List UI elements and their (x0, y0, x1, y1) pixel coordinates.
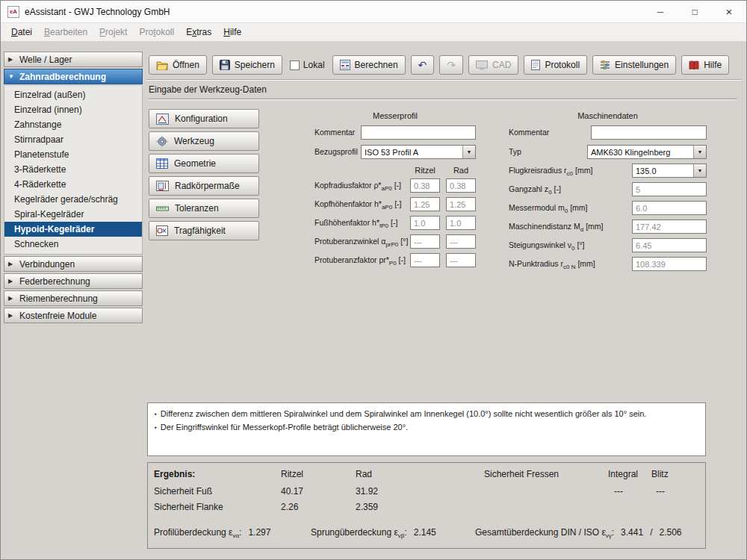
kopfradiusfaktor-ritzel-field[interactable]: 0.38 (410, 178, 440, 193)
protuberanzfaktor-ritzel-field[interactable]: --- (410, 253, 440, 267)
hilfe-button-label: Hilfe (704, 60, 722, 70)
save-button-label: Speichern (235, 60, 275, 70)
protuberanzfaktor-rad-field[interactable]: --- (446, 253, 476, 267)
messerprofil-title: Messerprofil (314, 111, 476, 120)
minimize-button[interactable]: ─ (643, 1, 678, 22)
hint-line: ▪ Der Eingriffswinkel für Messerkopf-Pro… (155, 423, 698, 433)
section-label: Riemenberechnung (19, 293, 98, 304)
sidebar-item-stirnradpaar[interactable]: Stirnradpaar (4, 132, 142, 147)
berechnen-button-label: Berechnen (355, 60, 398, 70)
flugkreisradius-dropdown[interactable]: 135.0 ▼ (632, 164, 707, 178)
chevron-down-icon[interactable]: ▼ (693, 146, 706, 158)
section-label: Federberechnung (19, 276, 90, 287)
floppy-disk-icon (220, 60, 230, 70)
hint-text: Differenz zwischen dem mittleren Spiralw… (161, 409, 647, 420)
sidebar-item-einzelrad-innen[interactable]: Einzelrad (innen) (4, 102, 142, 117)
close-button[interactable]: × (712, 1, 746, 22)
sidebar-item-einzelrad-aussen[interactable]: Einzelrad (außen) (4, 87, 142, 102)
open-button[interactable]: Öffnen (149, 55, 207, 75)
typ-dropdown[interactable]: AMK630 Klingelnberg ▼ (587, 145, 707, 159)
sidebar-item-zahnstange[interactable]: Zahnstange (4, 117, 142, 132)
lokal-checkbox[interactable] (290, 60, 300, 70)
messermodul-field[interactable]: 6.0 (632, 201, 707, 215)
sidebar-section-verbindungen[interactable]: ▶ Verbindungen (4, 256, 143, 272)
sicherheit-fuss-rad: 31.92 (356, 486, 378, 497)
sidebar-item-schnecken[interactable]: Schnecken (4, 237, 142, 252)
redo-button[interactable]: ↷ (439, 55, 463, 75)
save-button[interactable]: Speichern (212, 55, 282, 75)
flugkreisradius-label: Flugkreisradius rc0[mm] (509, 166, 592, 177)
results-col-rad: Rad (356, 469, 372, 479)
undo-button[interactable]: ↶ (411, 55, 435, 75)
sidebar-item-hypoid-kegelraeder[interactable]: Hypoid-Kegelräder (4, 222, 142, 237)
fusshoehenfaktor-rad-field[interactable]: 1.0 (446, 216, 476, 230)
settings-sliders-icon (600, 60, 610, 70)
minimize-icon: ─ (657, 7, 664, 17)
einstellungen-button[interactable]: Einstellungen (592, 55, 676, 75)
sidebar-section-welle-lager[interactable]: ▶ Welle / Lager (4, 52, 143, 67)
tragfaehigkeit-button[interactable]: Tragfähigkeit (149, 221, 259, 240)
protuberanzwinkel-ritzel-field[interactable]: --- (410, 234, 440, 249)
hilfe-button[interactable]: Hilfe (681, 55, 729, 75)
menu-hilfe[interactable]: Hilfe (217, 25, 247, 40)
maximize-button[interactable]: □ (678, 1, 712, 22)
bullet-icon: ▪ (155, 423, 157, 433)
fressen-blitz-value: --- (656, 486, 665, 497)
n-punktradius-field[interactable]: 108.339 (632, 257, 707, 271)
rad-column-header: Rad (446, 166, 476, 175)
steigungswinkel-field[interactable]: 6.45 (632, 238, 707, 252)
sidebar-section-kostenfreie-module[interactable]: ▶ Kostenfreie Module (4, 308, 143, 323)
fusshoehenfaktor-ritzel-field[interactable]: 1.0 (410, 216, 440, 230)
messerprofil-kommentar-input[interactable] (361, 125, 476, 140)
menubar: Datei Bearbeiten Projekt Protokoll Extra… (1, 23, 746, 42)
kopfradiusfaktor-rad-field[interactable]: 0.38 (446, 178, 476, 193)
berechnen-button[interactable]: Berechnen (332, 55, 406, 75)
chevron-right-icon: ▶ (8, 56, 15, 63)
sidebar-item-planetenstufe[interactable]: Planetenstufe (4, 147, 142, 162)
maschinendaten-kommentar-input[interactable] (591, 125, 707, 140)
sicherheit-flanke-label: Sicherheit Flanke (154, 502, 223, 512)
protokoll-button[interactable]: Protokoll (524, 55, 587, 75)
sicherheit-fuss-label: Sicherheit Fuß (154, 486, 212, 497)
menu-bearbeiten[interactable]: Bearbeiten (38, 25, 93, 40)
menu-extras[interactable]: Extras (180, 25, 217, 40)
chevron-down-icon[interactable]: ▼ (693, 164, 706, 177)
maschinendistanz-field[interactable]: 177.42 (632, 220, 707, 234)
page-title: Eingabe der Werkzeug-Daten (149, 84, 737, 99)
kopfhoehenfaktor-rad-field[interactable]: 1.25 (446, 197, 476, 211)
fusshoehenfaktor-label: Fußhöhenfaktor h*fP0[-] (314, 218, 397, 229)
sidebar-item-spiral-kegelraeder[interactable]: Spiral-Kegelräder (4, 207, 142, 222)
sidebar-section-zahnradberechnung[interactable]: ▼ Zahnradberechnung (4, 69, 143, 84)
kopfhoehenfaktor-ritzel-field[interactable]: 1.25 (410, 197, 440, 211)
sidebar-item-kegelraeder[interactable]: Kegelräder gerade/schräg (4, 192, 142, 207)
chevron-right-icon: ▶ (8, 295, 15, 302)
gangzahl-field[interactable]: 5 (632, 182, 707, 196)
bezugsprofil-dropdown[interactable]: ISO 53 Profil A ▼ (361, 145, 476, 159)
steigungswinkel-label: Steigungswinkel ν0[°] (509, 240, 585, 252)
protuberanzwinkel-rad-field[interactable]: --- (446, 234, 476, 249)
section-label: Kostenfreie Module (19, 311, 96, 321)
sidebar-section-riemenberechnung[interactable]: ▶ Riemenberechnung (4, 290, 143, 306)
tragfaehigkeit-label: Tragfähigkeit (174, 225, 226, 236)
chevron-down-icon[interactable]: ▼ (462, 146, 475, 158)
geometrie-button[interactable]: Geometrie (149, 154, 259, 173)
konfiguration-label: Konfiguration (175, 113, 228, 124)
toleranzen-button[interactable]: Toleranzen (149, 199, 259, 218)
sidebar-section-federberechnung[interactable]: ▶ Federberechnung (4, 273, 143, 289)
menu-protokoll[interactable]: Protokoll (133, 25, 180, 40)
messermodul-label: Messermodul m0[mm] (509, 203, 587, 214)
cad-button[interactable]: CAD (468, 55, 518, 75)
ruler-icon (156, 204, 169, 214)
sidebar-item-4-raederkette[interactable]: 4-Räderkette (4, 177, 142, 192)
werkzeug-button[interactable]: Werkzeug (149, 131, 259, 151)
typ-value: AMK630 Klingelnberg (588, 146, 693, 158)
konfiguration-button[interactable]: Konfiguration (149, 109, 259, 128)
einstellungen-button-label: Einstellungen (615, 60, 669, 70)
radkoerpermasse-button[interactable]: Radkörpermaße (149, 176, 259, 196)
menu-datei[interactable]: Datei (5, 25, 38, 40)
sidebar-item-3-raederkette[interactable]: 3-Räderkette (4, 162, 142, 177)
menu-projekt[interactable]: Projekt (93, 25, 133, 40)
flugkreisradius-value: 135.0 (633, 164, 693, 177)
table-grid-icon (156, 158, 168, 169)
hint-box: ▪ Differenz zwischen dem mittleren Spira… (147, 402, 706, 456)
